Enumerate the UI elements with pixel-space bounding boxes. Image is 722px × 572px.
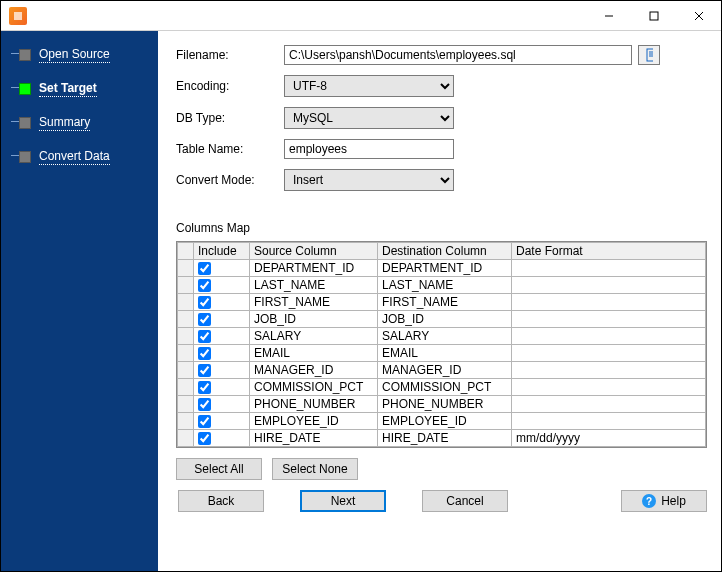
source-cell[interactable]: EMAIL xyxy=(250,345,378,362)
sidebar-item-label[interactable]: Open Source xyxy=(39,47,110,63)
row-handle[interactable] xyxy=(178,328,194,345)
sidebar-item-open-source[interactable]: Open Source xyxy=(1,43,158,67)
include-checkbox[interactable] xyxy=(198,279,211,292)
include-cell[interactable] xyxy=(194,294,250,311)
include-cell[interactable] xyxy=(194,260,250,277)
source-cell[interactable]: DEPARTMENT_ID xyxy=(250,260,378,277)
row-handle[interactable] xyxy=(178,294,194,311)
include-cell[interactable] xyxy=(194,396,250,413)
fmt-cell[interactable] xyxy=(512,311,706,328)
source-header[interactable]: Source Column xyxy=(250,243,378,260)
row-handle[interactable] xyxy=(178,260,194,277)
source-cell[interactable]: LAST_NAME xyxy=(250,277,378,294)
table-row[interactable]: EMPLOYEE_IDEMPLOYEE_ID xyxy=(178,413,706,430)
fmt-cell[interactable] xyxy=(512,396,706,413)
include-checkbox[interactable] xyxy=(198,330,211,343)
close-button[interactable] xyxy=(676,1,721,31)
dest-cell[interactable]: PHONE_NUMBER xyxy=(378,396,512,413)
dest-cell[interactable]: JOB_ID xyxy=(378,311,512,328)
source-cell[interactable]: SALARY xyxy=(250,328,378,345)
include-checkbox[interactable] xyxy=(198,313,211,326)
row-handle[interactable] xyxy=(178,362,194,379)
include-checkbox[interactable] xyxy=(198,364,211,377)
include-cell[interactable] xyxy=(194,413,250,430)
include-checkbox[interactable] xyxy=(198,347,211,360)
source-cell[interactable]: COMMISSION_PCT xyxy=(250,379,378,396)
include-cell[interactable] xyxy=(194,277,250,294)
table-row[interactable]: COMMISSION_PCTCOMMISSION_PCT xyxy=(178,379,706,396)
fmt-cell[interactable] xyxy=(512,379,706,396)
table-row[interactable]: LAST_NAMELAST_NAME xyxy=(178,277,706,294)
next-button[interactable]: Next xyxy=(300,490,386,512)
dest-cell[interactable]: LAST_NAME xyxy=(378,277,512,294)
fmt-header[interactable]: Date Format xyxy=(512,243,706,260)
table-row[interactable]: EMAILEMAIL xyxy=(178,345,706,362)
browse-button[interactable] xyxy=(638,45,660,65)
select-all-button[interactable]: Select All xyxy=(176,458,262,480)
fmt-cell[interactable] xyxy=(512,328,706,345)
sidebar-item-convert-data[interactable]: Convert Data xyxy=(1,145,158,169)
row-handle[interactable] xyxy=(178,345,194,362)
include-cell[interactable] xyxy=(194,311,250,328)
include-cell[interactable] xyxy=(194,345,250,362)
dest-cell[interactable]: EMPLOYEE_ID xyxy=(378,413,512,430)
include-checkbox[interactable] xyxy=(198,296,211,309)
maximize-button[interactable] xyxy=(631,1,676,31)
dest-cell[interactable]: HIRE_DATE xyxy=(378,430,512,447)
dest-cell[interactable]: COMMISSION_PCT xyxy=(378,379,512,396)
convertmode-select[interactable]: Insert xyxy=(284,169,454,191)
table-row[interactable]: JOB_IDJOB_ID xyxy=(178,311,706,328)
row-handle[interactable] xyxy=(178,396,194,413)
minimize-button[interactable] xyxy=(586,1,631,31)
dest-header[interactable]: Destination Column xyxy=(378,243,512,260)
select-none-button[interactable]: Select None xyxy=(272,458,358,480)
table-row[interactable]: HIRE_DATEHIRE_DATEmm/dd/yyyy xyxy=(178,430,706,447)
table-row[interactable]: SALARYSALARY xyxy=(178,328,706,345)
source-cell[interactable]: FIRST_NAME xyxy=(250,294,378,311)
fmt-cell[interactable] xyxy=(512,362,706,379)
row-handle[interactable] xyxy=(178,379,194,396)
sidebar-item-label[interactable]: Summary xyxy=(39,115,90,131)
encoding-select[interactable]: UTF-8 xyxy=(284,75,454,97)
sidebar-item-label[interactable]: Convert Data xyxy=(39,149,110,165)
table-row[interactable]: DEPARTMENT_IDDEPARTMENT_ID xyxy=(178,260,706,277)
include-checkbox[interactable] xyxy=(198,381,211,394)
table-row[interactable]: FIRST_NAMEFIRST_NAME xyxy=(178,294,706,311)
include-cell[interactable] xyxy=(194,328,250,345)
row-handle[interactable] xyxy=(178,277,194,294)
sidebar-item-set-target[interactable]: Set Target xyxy=(1,77,158,101)
cancel-button[interactable]: Cancel xyxy=(422,490,508,512)
row-handle[interactable] xyxy=(178,413,194,430)
fmt-cell[interactable] xyxy=(512,345,706,362)
include-cell[interactable] xyxy=(194,430,250,447)
include-checkbox[interactable] xyxy=(198,262,211,275)
dest-cell[interactable]: DEPARTMENT_ID xyxy=(378,260,512,277)
source-cell[interactable]: JOB_ID xyxy=(250,311,378,328)
include-cell[interactable] xyxy=(194,362,250,379)
fmt-cell[interactable] xyxy=(512,294,706,311)
back-button[interactable]: Back xyxy=(178,490,264,512)
source-cell[interactable]: MANAGER_ID xyxy=(250,362,378,379)
include-header[interactable]: Include xyxy=(194,243,250,260)
table-row[interactable]: PHONE_NUMBERPHONE_NUMBER xyxy=(178,396,706,413)
sidebar-item-summary[interactable]: Summary xyxy=(1,111,158,135)
source-cell[interactable]: HIRE_DATE xyxy=(250,430,378,447)
help-button[interactable]: ? Help xyxy=(621,490,707,512)
table-row[interactable]: MANAGER_IDMANAGER_ID xyxy=(178,362,706,379)
include-cell[interactable] xyxy=(194,379,250,396)
dest-cell[interactable]: MANAGER_ID xyxy=(378,362,512,379)
sidebar-item-label[interactable]: Set Target xyxy=(39,81,97,97)
include-checkbox[interactable] xyxy=(198,398,211,411)
dest-cell[interactable]: EMAIL xyxy=(378,345,512,362)
row-handle[interactable] xyxy=(178,430,194,447)
row-handle[interactable] xyxy=(178,311,194,328)
fmt-cell[interactable] xyxy=(512,260,706,277)
dest-cell[interactable]: SALARY xyxy=(378,328,512,345)
dest-cell[interactable]: FIRST_NAME xyxy=(378,294,512,311)
fmt-cell[interactable]: mm/dd/yyyy xyxy=(512,430,706,447)
filename-input[interactable] xyxy=(284,45,632,65)
include-checkbox[interactable] xyxy=(198,415,211,428)
fmt-cell[interactable] xyxy=(512,277,706,294)
tablename-input[interactable] xyxy=(284,139,454,159)
dbtype-select[interactable]: MySQL xyxy=(284,107,454,129)
